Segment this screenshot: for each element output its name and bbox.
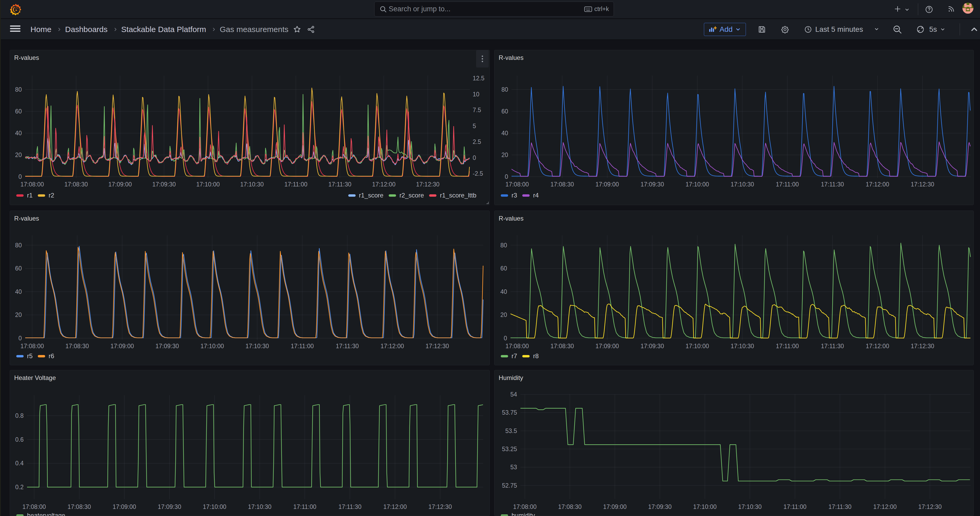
svg-text:17:10:00: 17:10:00 xyxy=(686,343,709,349)
svg-text:20: 20 xyxy=(15,311,22,318)
svg-text:53.5: 53.5 xyxy=(505,427,517,434)
svg-text:17:09:00: 17:09:00 xyxy=(108,181,132,188)
svg-text:52.75: 52.75 xyxy=(502,482,517,489)
svg-text:60: 60 xyxy=(501,108,508,115)
svg-text:80: 80 xyxy=(15,86,22,93)
svg-text:17:08:30: 17:08:30 xyxy=(550,343,574,349)
svg-text:40: 40 xyxy=(15,130,22,137)
svg-text:0: 0 xyxy=(18,173,22,180)
svg-text:0.6: 0.6 xyxy=(15,436,24,443)
svg-text:80: 80 xyxy=(501,86,508,93)
svg-text:17:09:00: 17:09:00 xyxy=(595,181,619,188)
svg-text:0: 0 xyxy=(18,335,22,342)
svg-text:17:11:30: 17:11:30 xyxy=(338,503,361,510)
svg-text:17:09:30: 17:09:30 xyxy=(155,343,179,349)
svg-text:17:11:30: 17:11:30 xyxy=(828,503,851,510)
svg-text:17:11:00: 17:11:00 xyxy=(776,343,799,349)
svg-text:17:12:30: 17:12:30 xyxy=(428,503,452,510)
svg-text:-2.5: -2.5 xyxy=(473,170,483,177)
svg-text:17:10:30: 17:10:30 xyxy=(245,343,269,349)
svg-text:17:09:30: 17:09:30 xyxy=(640,343,664,349)
svg-text:17:08:00: 17:08:00 xyxy=(21,181,44,188)
svg-text:17:08:00: 17:08:00 xyxy=(22,503,46,510)
svg-text:17:08:00: 17:08:00 xyxy=(21,343,44,349)
svg-text:17:10:30: 17:10:30 xyxy=(240,181,264,188)
svg-text:7.5: 7.5 xyxy=(473,107,481,113)
svg-text:0: 0 xyxy=(505,173,508,180)
svg-text:0.2: 0.2 xyxy=(15,484,24,491)
svg-text:17:08:00: 17:08:00 xyxy=(506,343,529,349)
svg-text:80: 80 xyxy=(15,242,22,249)
svg-text:17:12:30: 17:12:30 xyxy=(911,181,934,188)
svg-text:60: 60 xyxy=(15,108,22,115)
svg-text:60: 60 xyxy=(500,265,507,272)
svg-text:17:09:00: 17:09:00 xyxy=(110,343,134,349)
svg-text:0: 0 xyxy=(504,335,507,342)
svg-text:17:11:00: 17:11:00 xyxy=(776,181,799,188)
svg-text:40: 40 xyxy=(500,288,507,295)
svg-text:53.75: 53.75 xyxy=(502,409,517,416)
svg-text:0.4: 0.4 xyxy=(15,460,24,467)
svg-text:17:12:00: 17:12:00 xyxy=(372,181,396,188)
svg-text:17:11:30: 17:11:30 xyxy=(821,181,844,188)
svg-text:17:11:00: 17:11:00 xyxy=(293,503,316,510)
svg-text:17:08:30: 17:08:30 xyxy=(558,503,582,510)
svg-text:17:09:00: 17:09:00 xyxy=(595,343,619,349)
svg-text:40: 40 xyxy=(501,130,508,137)
svg-text:17:12:30: 17:12:30 xyxy=(425,343,449,349)
svg-text:17:09:30: 17:09:30 xyxy=(158,503,181,510)
svg-text:17:10:30: 17:10:30 xyxy=(731,181,754,188)
svg-text:17:10:00: 17:10:00 xyxy=(693,503,717,510)
svg-text:12.5: 12.5 xyxy=(473,75,485,82)
svg-text:54: 54 xyxy=(510,391,517,398)
svg-text:17:09:30: 17:09:30 xyxy=(640,181,664,188)
svg-text:17:10:00: 17:10:00 xyxy=(200,343,224,349)
svg-text:17:12:30: 17:12:30 xyxy=(416,181,440,188)
svg-text:17:08:00: 17:08:00 xyxy=(513,503,537,510)
svg-text:17:09:30: 17:09:30 xyxy=(648,503,672,510)
svg-text:53: 53 xyxy=(510,464,517,471)
svg-text:17:10:00: 17:10:00 xyxy=(196,181,220,188)
svg-text:17:11:30: 17:11:30 xyxy=(336,343,359,349)
svg-text:17:11:30: 17:11:30 xyxy=(328,181,352,188)
svg-text:17:11:00: 17:11:00 xyxy=(783,503,807,510)
svg-text:40: 40 xyxy=(15,288,22,295)
svg-text:20: 20 xyxy=(501,151,508,158)
svg-text:17:12:30: 17:12:30 xyxy=(911,343,934,349)
svg-text:17:10:00: 17:10:00 xyxy=(203,503,226,510)
svg-text:17:08:30: 17:08:30 xyxy=(64,181,88,188)
svg-text:10: 10 xyxy=(473,91,479,98)
svg-text:0.8: 0.8 xyxy=(15,412,24,419)
svg-text:17:12:00: 17:12:00 xyxy=(873,503,897,510)
svg-text:17:12:30: 17:12:30 xyxy=(918,503,942,510)
svg-text:17:12:00: 17:12:00 xyxy=(865,181,889,188)
svg-text:20: 20 xyxy=(15,151,22,158)
svg-text:17:09:30: 17:09:30 xyxy=(152,181,176,188)
svg-text:2.5: 2.5 xyxy=(473,139,481,145)
svg-text:17:10:30: 17:10:30 xyxy=(738,503,762,510)
svg-text:17:10:30: 17:10:30 xyxy=(248,503,272,510)
svg-text:17:09:00: 17:09:00 xyxy=(113,503,136,510)
svg-text:17:10:00: 17:10:00 xyxy=(686,181,709,188)
svg-text:17:10:30: 17:10:30 xyxy=(731,343,754,349)
svg-text:17:12:00: 17:12:00 xyxy=(380,343,404,349)
svg-text:17:12:00: 17:12:00 xyxy=(383,503,407,510)
svg-text:17:08:30: 17:08:30 xyxy=(67,503,91,510)
svg-text:17:11:00: 17:11:00 xyxy=(284,181,307,188)
svg-text:60: 60 xyxy=(15,265,22,272)
svg-text:80: 80 xyxy=(500,242,507,249)
svg-text:17:08:00: 17:08:00 xyxy=(506,181,529,188)
svg-text:5: 5 xyxy=(473,123,476,129)
svg-text:17:09:00: 17:09:00 xyxy=(603,503,627,510)
svg-text:0: 0 xyxy=(473,154,476,161)
svg-text:17:08:30: 17:08:30 xyxy=(65,343,89,349)
svg-text:17:11:00: 17:11:00 xyxy=(291,343,314,349)
svg-text:17:08:30: 17:08:30 xyxy=(550,181,574,188)
svg-text:17:12:00: 17:12:00 xyxy=(865,343,889,349)
svg-text:20: 20 xyxy=(500,311,507,318)
svg-text:17:11:30: 17:11:30 xyxy=(821,343,844,349)
svg-text:53.25: 53.25 xyxy=(502,446,517,452)
